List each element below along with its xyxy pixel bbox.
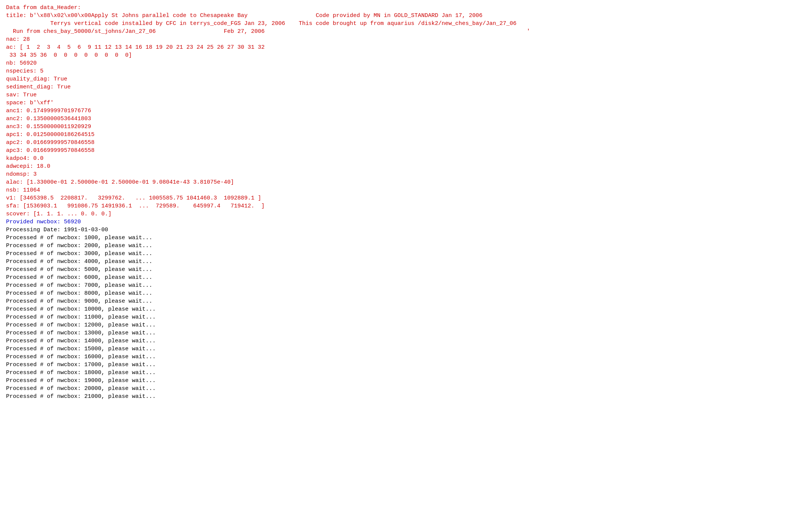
terminal-line: Terrys vertical code installed by CFC in… bbox=[6, 20, 516, 27]
terminal-line: Processed # of nwcbox: 13000, please wai… bbox=[6, 330, 156, 336]
terminal-line: ac: [ 1 2 3 4 5 6 9 11 12 13 14 16 18 19… bbox=[6, 44, 265, 51]
terminal-line: Processed # of nwcbox: 4000, please wait… bbox=[6, 258, 152, 265]
terminal-line: Processed # of nwcbox: 7000, please wait… bbox=[6, 282, 152, 289]
terminal-line: Processed # of nwcbox: 8000, please wait… bbox=[6, 290, 152, 297]
terminal-line: Processed # of nwcbox: 12000, please wai… bbox=[6, 322, 156, 328]
terminal-line: Processed # of nwcbox: 6000, please wait… bbox=[6, 274, 152, 281]
terminal-line: Data from data_Header: bbox=[6, 5, 81, 11]
terminal-line: nspecies: 5 bbox=[6, 68, 43, 74]
terminal-line: Processed # of nwcbox: 9000, please wait… bbox=[6, 298, 152, 305]
terminal-line: Processed # of nwcbox: 10000, please wai… bbox=[6, 306, 156, 312]
terminal-line: scover: [1. 1. 1. ... 0. 0. 0.] bbox=[6, 211, 112, 217]
terminal-line: anc2: 0.13500000536441803 bbox=[6, 116, 91, 122]
terminal-line: Processing Date: 1991-01-03-00 bbox=[6, 227, 108, 233]
terminal-output: Data from data_Header: title: b'\x88\x02… bbox=[6, 4, 806, 401]
terminal-line: apc3: 0.016699999570846558 bbox=[6, 147, 95, 154]
terminal-line: Run from ches_bay_50000/st_johns/Jan_27_… bbox=[6, 28, 530, 35]
terminal-line: Processed # of nwcbox: 15000, please wai… bbox=[6, 346, 156, 352]
terminal-line: Processed # of nwcbox: 1000, please wait… bbox=[6, 235, 152, 241]
terminal-line: Processed # of nwcbox: 11000, please wai… bbox=[6, 314, 156, 320]
terminal-line: kadpo4: 0.0 bbox=[6, 155, 43, 162]
terminal-line: sediment_diag: True bbox=[6, 84, 71, 90]
terminal-line: v1: [3465398.5 2208817. 3299762. ... 100… bbox=[6, 195, 261, 201]
terminal-line: Processed # of nwcbox: 21000, please wai… bbox=[6, 393, 156, 400]
terminal-line: adwcepi: 18.0 bbox=[6, 163, 50, 170]
terminal-line: Provided nwcbox: 56920 bbox=[6, 219, 81, 225]
terminal-line: Processed # of nwcbox: 18000, please wai… bbox=[6, 370, 156, 376]
terminal-line: nac: 28 bbox=[6, 36, 30, 43]
terminal-line: Processed # of nwcbox: 16000, please wai… bbox=[6, 354, 156, 360]
terminal-line: Processed # of nwcbox: 5000, please wait… bbox=[6, 266, 152, 273]
terminal-line: Processed # of nwcbox: 3000, please wait… bbox=[6, 251, 152, 257]
terminal-line: Processed # of nwcbox: 2000, please wait… bbox=[6, 243, 152, 249]
terminal-line: apc2: 0.016699999570846558 bbox=[6, 139, 95, 146]
terminal-line: nsb: 11064 bbox=[6, 187, 40, 193]
terminal-line: Processed # of nwcbox: 19000, please wai… bbox=[6, 377, 156, 384]
terminal-line: nb: 56920 bbox=[6, 60, 37, 67]
terminal-line: anc3: 0.15500000011920929 bbox=[6, 124, 91, 130]
terminal-line: 33 34 35 36 0 0 0 0 0 0 0 0] bbox=[6, 52, 132, 59]
terminal-line: apc1: 0.012500000186264515 bbox=[6, 131, 95, 138]
terminal-line: space: b'\xff' bbox=[6, 100, 54, 106]
terminal-line: Processed # of nwcbox: 14000, please wai… bbox=[6, 338, 156, 344]
terminal-line: alac: [1.33000e-01 2.50000e-01 2.50000e-… bbox=[6, 179, 234, 186]
terminal-line: anc1: 0.17499999701976776 bbox=[6, 108, 91, 114]
terminal-line: Processed # of nwcbox: 17000, please wai… bbox=[6, 362, 156, 368]
terminal-line: ndomsp: 3 bbox=[6, 171, 37, 178]
terminal-line: sav: True bbox=[6, 92, 37, 98]
terminal-line: quality_diag: True bbox=[6, 76, 67, 82]
terminal-line: title: b'\x88\x02\x00\x00Apply St Johns … bbox=[6, 12, 482, 19]
terminal-line: Processed # of nwcbox: 20000, please wai… bbox=[6, 385, 156, 392]
terminal-line: sfa: [1536903.1 991086.75 1491936.1 ... … bbox=[6, 203, 265, 209]
